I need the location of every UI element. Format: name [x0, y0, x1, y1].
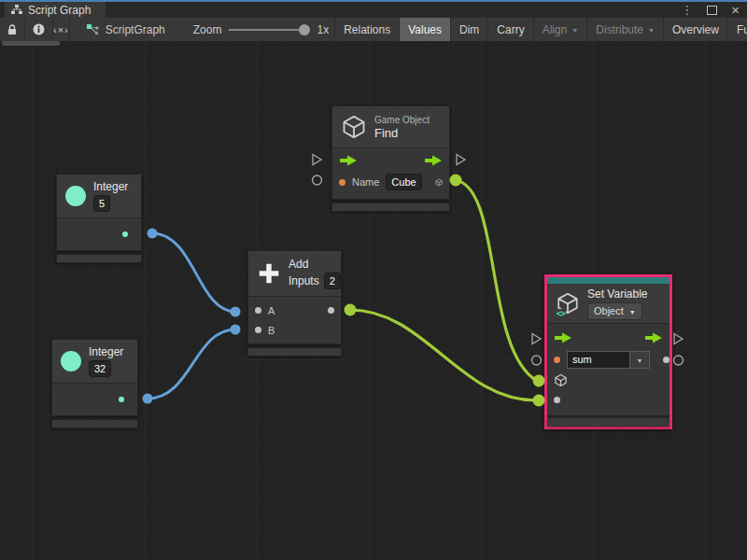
- align-dropdown[interactable]: Align ▼: [533, 18, 587, 41]
- code-icon: ‹×›: [53, 24, 69, 35]
- toggle-dim[interactable]: Dim: [450, 18, 487, 41]
- node-title: Integer: [89, 345, 123, 358]
- sum-output-port[interactable]: [328, 307, 334, 314]
- name-value-field[interactable]: Cube: [386, 174, 421, 190]
- node-integer-5[interactable]: Integer 5: [56, 174, 142, 263]
- wire-integer5-to-add-a[interactable]: [152, 233, 235, 312]
- zoom-control: Zoom 1x: [188, 18, 334, 41]
- wire-integer32-to-add-b[interactable]: [148, 329, 235, 399]
- wire-endpoint[interactable]: [533, 395, 545, 407]
- node-footer: [547, 418, 669, 427]
- node-footer: [331, 203, 450, 212]
- overview-button[interactable]: Overview: [663, 18, 727, 41]
- wire-endpoint[interactable]: [143, 394, 153, 404]
- wire-endpoint[interactable]: [231, 325, 241, 335]
- graph-canvas[interactable]: Integer 5 Integer: [0, 41, 747, 560]
- lock-button[interactable]: [0, 18, 25, 41]
- wire-endpoint[interactable]: [148, 229, 158, 239]
- flow-out-arrow-icon[interactable]: [424, 155, 443, 166]
- variable-kind-dropdown[interactable]: Object ▼: [587, 302, 642, 320]
- lock-icon: [7, 24, 17, 35]
- tab-bar: Script Graph ⋮ ×: [0, 2, 747, 18]
- tab-title: Script Graph: [28, 4, 91, 17]
- gameobject-output-port-icon[interactable]: [435, 175, 443, 189]
- integer-output-port[interactable]: [122, 231, 128, 237]
- wire-find-to-setvariable-object[interactable]: [456, 180, 537, 381]
- value-output-port[interactable]: [663, 357, 669, 363]
- value-in-port-circle[interactable]: [313, 175, 322, 185]
- zoom-label: Zoom: [193, 23, 222, 36]
- wire-endpoint[interactable]: [533, 375, 545, 387]
- value-in-port-circle[interactable]: [532, 356, 542, 365]
- zoom-slider[interactable]: [229, 29, 309, 31]
- maximize-icon[interactable]: [707, 6, 717, 15]
- set-variable-icon: <>: [556, 291, 580, 315]
- node-title: Integer: [93, 180, 128, 193]
- gameobject-input-port-icon[interactable]: [554, 373, 568, 387]
- graph-toolbar: ‹×› ScriptGraph Zoom 1x Relations Values…: [0, 18, 747, 42]
- variable-name-field[interactable]: sum ▼: [567, 351, 650, 369]
- port-label-a: A: [268, 305, 275, 316]
- toggle-relations[interactable]: Relations: [334, 18, 399, 41]
- flow-in-arrow-icon[interactable]: [554, 332, 572, 343]
- flow-in-port-triangle[interactable]: [532, 334, 541, 344]
- node-gameobject-find[interactable]: Game Object Find: [331, 105, 450, 212]
- hierarchy-icon: [11, 5, 22, 15]
- node-add[interactable]: Add Inputs 2 A: [247, 250, 342, 357]
- node-title: Find: [374, 126, 398, 140]
- integer-literal-icon: [65, 186, 86, 206]
- wire-endpoint[interactable]: [231, 307, 241, 317]
- window-controls: ⋮ ×: [681, 2, 740, 18]
- flow-out-port-triangle[interactable]: [674, 334, 683, 344]
- port-label-b: B: [268, 325, 275, 336]
- menu-icon[interactable]: ⋮: [681, 4, 693, 16]
- fullscreen-button[interactable]: Full Screen: [727, 18, 747, 41]
- node-footer: [56, 254, 142, 263]
- integer-value-field[interactable]: 5: [93, 195, 110, 212]
- flow-in-arrow-icon[interactable]: [339, 155, 358, 166]
- chevron-down-icon: ▼: [648, 27, 655, 34]
- name-input-port[interactable]: [339, 179, 345, 186]
- script-graph-window: Script Graph ⋮ × ‹×›: [0, 0, 747, 560]
- plus-icon: [257, 261, 281, 286]
- toggle-values[interactable]: Values: [399, 18, 450, 41]
- flow-in-port-triangle[interactable]: [313, 155, 321, 165]
- horizontal-scrollbar-thumb[interactable]: [2, 41, 60, 46]
- integer-literal-icon: [61, 351, 81, 371]
- flow-out-port-triangle[interactable]: [457, 155, 465, 165]
- variable-name-port[interactable]: [554, 357, 560, 363]
- node-integer-32[interactable]: Integer 32: [51, 339, 138, 428]
- code-view-button[interactable]: ‹×›: [53, 18, 70, 41]
- inspect-button[interactable]: [25, 18, 53, 41]
- zoom-slider-thumb[interactable]: [299, 24, 310, 35]
- node-set-variable[interactable]: <> Set Variable Object ▼: [544, 274, 672, 429]
- node-footer: [247, 347, 342, 357]
- inputs-count-field[interactable]: 2: [324, 273, 341, 289]
- toolbar-toggles: Relations Values Dim Carry Align ▼ Distr…: [334, 18, 747, 41]
- cube-icon: [341, 114, 367, 140]
- chevron-down-icon: ▼: [571, 27, 578, 34]
- graph-icon: [87, 24, 100, 35]
- distribute-dropdown[interactable]: Distribute ▼: [586, 18, 663, 41]
- flow-out-arrow-icon[interactable]: [644, 332, 663, 343]
- wire-endpoint[interactable]: [345, 304, 357, 316]
- node-footer: [51, 419, 138, 428]
- node-title: Set Variable: [587, 287, 647, 301]
- value-out-port-circle[interactable]: [674, 356, 684, 365]
- close-icon[interactable]: ×: [731, 3, 740, 17]
- tab-script-graph[interactable]: Script Graph: [5, 2, 106, 18]
- variable-kind-strip: [547, 277, 669, 284]
- variable-name-dropdown-button[interactable]: ▼: [629, 351, 650, 369]
- wire-endpoint[interactable]: [450, 175, 462, 187]
- info-icon: [33, 23, 45, 35]
- breadcrumb[interactable]: ScriptGraph: [78, 18, 175, 41]
- value-input-port[interactable]: [554, 397, 560, 403]
- toggle-carry[interactable]: Carry: [487, 18, 532, 41]
- input-port-a[interactable]: [255, 307, 261, 314]
- integer-value-field[interactable]: 32: [89, 360, 111, 377]
- chevron-down-icon: ▼: [637, 357, 643, 364]
- integer-output-port[interactable]: [119, 397, 124, 402]
- input-port-b[interactable]: [255, 327, 261, 333]
- chevron-down-icon: ▼: [629, 309, 636, 315]
- wire-add-to-setvariable-value[interactable]: [350, 310, 536, 400]
